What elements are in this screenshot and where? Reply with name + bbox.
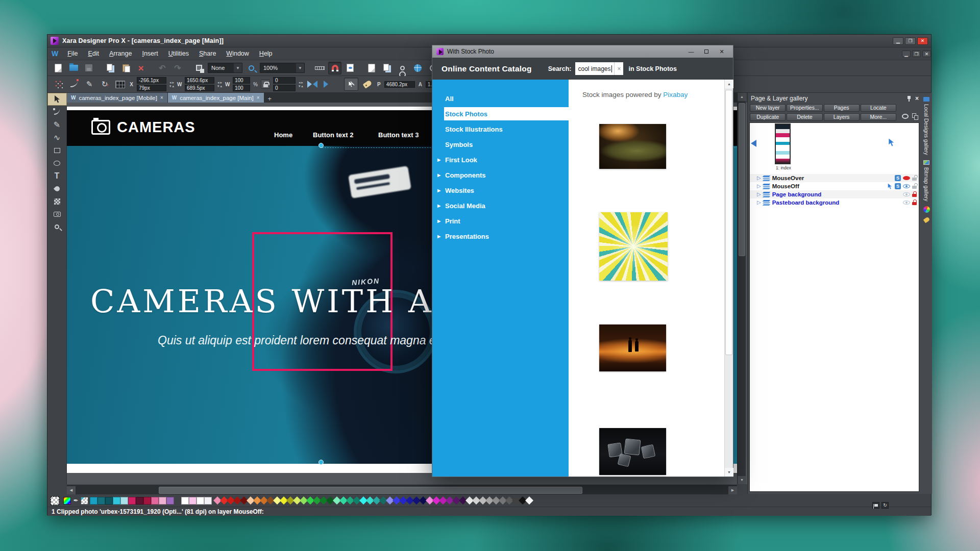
scroll-right-icon[interactable]: ▶: [728, 486, 737, 494]
tool-fill[interactable]: [47, 182, 67, 195]
tool-pen[interactable]: ✎: [47, 118, 67, 131]
scroll-down-icon[interactable]: ▼: [738, 476, 746, 484]
xy-spinner[interactable]: ◂ ▸▾ ▴: [169, 81, 174, 88]
vertical-scroll-thumb[interactable]: [739, 103, 745, 256]
layer-row-page-background[interactable]: ▷ Page background: [750, 190, 919, 198]
color-swatch[interactable]: [143, 497, 151, 505]
canvas-vertical-scrollbar[interactable]: ▲ ▼: [737, 93, 746, 484]
more-button[interactable]: More...: [861, 113, 896, 121]
doc-restore-button[interactable]: ❐: [912, 51, 921, 57]
search-input[interactable]: cool images: [575, 62, 614, 75]
gallery-close-icon[interactable]: ×: [915, 95, 919, 102]
color-swatch[interactable]: [159, 497, 166, 505]
search-clear-button[interactable]: ×: [614, 62, 623, 75]
color-swatch[interactable]: [204, 497, 212, 505]
nav-home[interactable]: Home: [274, 131, 292, 139]
category-stock-photos[interactable]: Stock Photos: [444, 107, 569, 120]
color-swatch[interactable]: [113, 497, 120, 505]
snap-to-objects-button[interactable]: [328, 62, 341, 74]
selection-handle-top[interactable]: [318, 143, 324, 148]
category-components[interactable]: ▶Components: [432, 167, 569, 183]
color-swatch[interactable]: [105, 497, 113, 505]
maximize-button[interactable]: ❐: [905, 37, 916, 45]
selection-handle-bottom[interactable]: [318, 460, 324, 465]
category-symbols[interactable]: Symbols: [432, 137, 569, 152]
fill-edit-button[interactable]: ✎: [83, 78, 95, 90]
category-first-look[interactable]: ▶First Look: [432, 152, 569, 167]
width-field[interactable]: 1650.6px: [185, 77, 214, 84]
tool-photo[interactable]: [47, 208, 67, 220]
color-swatch[interactable]: [97, 497, 105, 505]
lock-aspect-button[interactable]: [261, 80, 270, 89]
menu-help[interactable]: Help: [254, 48, 278, 59]
tool-zoom[interactable]: [47, 220, 67, 233]
tool-shape-editor[interactable]: [47, 106, 67, 118]
perimeter-field[interactable]: 4680.2px: [384, 81, 415, 88]
pixabay-link[interactable]: Pixabay: [663, 91, 688, 98]
new-layer-button[interactable]: New layer: [750, 104, 786, 112]
menu-share[interactable]: Share: [194, 48, 221, 59]
minimize-button[interactable]: ▁: [893, 37, 903, 45]
menu-arrange[interactable]: Arrange: [104, 48, 137, 59]
flag-status-button[interactable]: [872, 502, 879, 509]
pin-icon[interactable]: [907, 96, 911, 102]
color-swatch[interactable]: [120, 497, 128, 505]
color-diamond-swatch[interactable]: [525, 496, 533, 505]
dialog-minimize-button[interactable]: —: [684, 47, 698, 56]
menu-window[interactable]: Window: [221, 48, 254, 59]
tool-rectangle[interactable]: [47, 144, 67, 157]
nav-button-text-2[interactable]: Button text 2: [313, 131, 353, 139]
lock-closed-icon[interactable]: [912, 191, 917, 197]
menu-utilities[interactable]: Utilities: [163, 48, 194, 59]
undo-button[interactable]: ↶: [156, 62, 169, 74]
zoom-tool-button[interactable]: [244, 62, 258, 74]
eye-dim-icon[interactable]: [903, 201, 910, 205]
no-color-swatch[interactable]: [51, 496, 59, 505]
page-thumbnail[interactable]: [775, 123, 791, 164]
rotate-mode-button[interactable]: ↻: [99, 78, 111, 90]
eye-open-icon[interactable]: [903, 184, 910, 188]
eye-closed-icon[interactable]: [903, 176, 910, 180]
preview-button[interactable]: [344, 62, 357, 74]
dialog-scrollbar[interactable]: ▲ ▼: [724, 80, 733, 477]
category-websites[interactable]: ▶Websites: [432, 183, 569, 198]
curve-edit-button[interactable]: [68, 78, 80, 90]
x-position-field[interactable]: -266.1px: [137, 77, 166, 84]
color-swatch[interactable]: [90, 497, 97, 505]
duplicate-button[interactable]: Duplicate: [750, 113, 786, 121]
transparent-swatch[interactable]: [81, 497, 88, 505]
flip-horizontal-button[interactable]: [306, 78, 318, 90]
redo-button[interactable]: ↷: [171, 62, 184, 74]
stock-image-ice-cubes[interactable]: [599, 428, 666, 475]
y-position-field[interactable]: 79px: [137, 85, 166, 91]
category-stock-illustrations[interactable]: Stock Illustrations: [432, 121, 569, 137]
menu-file[interactable]: File: [62, 48, 83, 59]
category-all[interactable]: All: [432, 91, 569, 106]
smart-transform-button[interactable]: [53, 78, 65, 90]
lock-closed-icon[interactable]: [912, 199, 917, 206]
category-social-media[interactable]: ▶Social Media: [432, 198, 569, 213]
tool-selector[interactable]: [47, 93, 67, 106]
tab-cameras-index-page-main[interactable]: W cameras_index_page [Main] ×: [168, 93, 264, 103]
eyedropper-icon[interactable]: ✒: [72, 497, 80, 505]
scroll-up-icon[interactable]: ▲: [725, 80, 733, 88]
tab-cameras-index-page-mobile[interactable]: W cameras_index_page [Mobile] ×: [67, 93, 167, 103]
locate-button[interactable]: Locate: [861, 104, 896, 112]
close-button[interactable]: ✕: [917, 37, 928, 45]
save-button[interactable]: [82, 62, 95, 74]
color-swatch[interactable]: [189, 497, 197, 505]
layer-row-pasteboard-background[interactable]: ▷ Pasteboard background: [750, 198, 919, 207]
export-button[interactable]: [365, 62, 378, 74]
dialog-scroll-thumb[interactable]: [725, 90, 732, 355]
tab-bitmap-gallery[interactable]: Bitmap gallery: [923, 160, 929, 202]
tool-text[interactable]: T: [47, 169, 67, 182]
delete-layer-button[interactable]: Delete: [787, 113, 822, 121]
expand-triangle-icon[interactable]: ▷: [757, 176, 761, 181]
zoom-level-dropdown[interactable]: 100%▼: [260, 63, 305, 73]
layer-row-mouseover[interactable]: ▷ MouseOver S: [750, 174, 919, 182]
stock-image-beach-silhouettes[interactable]: [599, 324, 666, 371]
nav-button-text-3[interactable]: Button text 3: [378, 131, 419, 139]
refresh-status-button[interactable]: ↻: [881, 502, 889, 509]
canvas-horizontal-scrollbar[interactable]: ◀ ▶: [67, 485, 737, 494]
doc-minimize-button[interactable]: ▁: [902, 51, 911, 57]
